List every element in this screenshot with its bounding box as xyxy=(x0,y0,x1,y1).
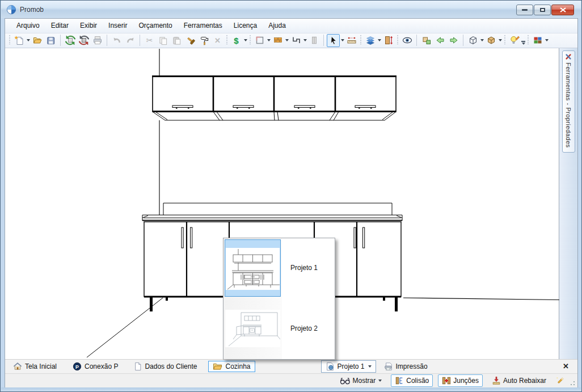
wall-segment-icon xyxy=(291,35,301,45)
modules-button[interactable] xyxy=(420,34,433,47)
title-bar[interactable]: Promob xyxy=(1,1,581,18)
wand-icon[interactable] xyxy=(555,376,565,386)
paste-icon xyxy=(172,36,182,45)
layers-dropdown[interactable] xyxy=(378,39,381,41)
build-walls-button[interactable] xyxy=(271,34,284,47)
delete-button[interactable]: ✕ xyxy=(211,34,224,47)
undo-icon xyxy=(112,35,122,45)
maximize-icon xyxy=(540,8,545,12)
color-palette-dropdown[interactable] xyxy=(545,39,549,41)
save-project-button[interactable] xyxy=(44,34,57,47)
paint-roller-button[interactable] xyxy=(197,34,210,47)
auto-rebaixar-button[interactable]: Auto Rebaixar xyxy=(488,374,550,387)
dollar-icon: $ xyxy=(234,36,238,45)
tab-conexao[interactable]: P Conexão P xyxy=(68,360,123,373)
projeto-1-thumbnail[interactable] xyxy=(225,239,281,297)
menu-inserir[interactable]: Inserir xyxy=(103,19,133,32)
colisao-toggle[interactable]: Colisão xyxy=(391,374,433,387)
juncoes-toggle[interactable]: Junções xyxy=(438,374,483,387)
toolbar-overflow-button[interactable] xyxy=(521,41,525,45)
main-toolbar: ✂ xyxy=(5,33,577,48)
menu-orcamento[interactable]: Orçamento xyxy=(133,19,178,32)
tab-projeto-selector[interactable]: Projeto 1 xyxy=(321,360,376,373)
redo-button[interactable] xyxy=(124,34,137,47)
door-dimension-button[interactable] xyxy=(382,34,395,47)
toolbar-grip[interactable] xyxy=(397,35,398,45)
new-document-button[interactable] xyxy=(12,34,26,47)
toolbar-grip[interactable] xyxy=(9,35,10,45)
export-button[interactable] xyxy=(77,34,90,47)
resize-grip[interactable] xyxy=(568,379,575,386)
open-project-button[interactable] xyxy=(31,34,44,47)
build-walls-dropdown[interactable] xyxy=(285,39,289,41)
paste-button[interactable] xyxy=(170,34,183,47)
measure-button[interactable] xyxy=(345,34,358,47)
door-icon xyxy=(310,36,319,45)
menu-editar[interactable]: Editar xyxy=(45,19,74,32)
measure-icon xyxy=(347,35,357,45)
menu-arquivo[interactable]: Arquivo xyxy=(11,19,45,32)
copy-button[interactable] xyxy=(157,34,170,47)
open-folder-icon xyxy=(32,35,43,45)
minimize-button[interactable] xyxy=(516,5,533,15)
toolbar-grip[interactable] xyxy=(504,35,505,45)
color-palette-button[interactable] xyxy=(531,34,544,47)
project-dropdown-arrow[interactable] xyxy=(368,365,372,368)
undo-button[interactable] xyxy=(110,34,123,47)
wall-segment-button[interactable] xyxy=(289,34,302,47)
menu-exibir[interactable]: Exibir xyxy=(74,19,103,32)
promob-logo-icon xyxy=(6,5,16,15)
apply-material-button[interactable] xyxy=(184,34,197,47)
right-panel-strip: Ferramentas - Propriedades xyxy=(559,48,577,359)
visibility-button[interactable] xyxy=(400,34,414,47)
print-icon xyxy=(92,35,103,45)
door-button[interactable] xyxy=(307,34,320,47)
new-document-dropdown[interactable] xyxy=(27,39,30,41)
collision-icon xyxy=(395,376,404,385)
view-wireframe-dropdown[interactable] xyxy=(480,39,484,41)
print-button[interactable] xyxy=(91,34,104,47)
budget-button[interactable]: $ xyxy=(230,34,243,47)
view-render-button[interactable] xyxy=(484,34,497,47)
select-cursor-button[interactable] xyxy=(327,34,340,47)
projeto-2-thumbnail[interactable] xyxy=(225,310,280,347)
tab-label: Conexão P xyxy=(85,363,118,370)
environment-dropdown[interactable] xyxy=(267,39,271,41)
view-wireframe-button[interactable] xyxy=(466,34,479,47)
wall-segment-dropdown[interactable] xyxy=(303,39,307,41)
budget-dropdown[interactable] xyxy=(244,39,247,41)
mostrar-button[interactable]: Mostrar xyxy=(336,375,386,386)
environment-button[interactable] xyxy=(253,34,266,47)
menu-licenca[interactable]: Licença xyxy=(228,19,263,32)
select-cursor-dropdown[interactable] xyxy=(341,39,344,41)
tab-close-button[interactable]: ✕ xyxy=(560,361,572,371)
cut-icon: ✂ xyxy=(146,36,153,45)
toolbar-grip[interactable] xyxy=(250,35,251,45)
arrow-right-icon xyxy=(449,35,459,45)
menu-ajuda[interactable]: Ajuda xyxy=(263,19,292,32)
ferramentas-propriedades-tab[interactable]: Ferramentas - Propriedades xyxy=(562,50,575,153)
tab-dados-do-cliente[interactable]: Dados do Cliente xyxy=(129,360,201,373)
tab-impressao[interactable]: Impressão xyxy=(379,360,432,373)
toolbar-grip[interactable] xyxy=(226,35,227,45)
tab-cozinha[interactable]: Cozinha xyxy=(208,361,255,372)
toolbar-grip[interactable] xyxy=(528,35,529,45)
close-button[interactable] xyxy=(551,5,574,15)
navigate-back-button[interactable] xyxy=(433,34,446,47)
layers-icon xyxy=(365,35,376,45)
menu-ferramentas[interactable]: Ferramentas xyxy=(178,19,228,32)
view-render-dropdown[interactable] xyxy=(499,39,502,41)
mostrar-dropdown[interactable] xyxy=(378,380,382,382)
navigate-forward-button[interactable] xyxy=(447,34,460,47)
maximize-button[interactable] xyxy=(534,5,551,15)
folder-icon xyxy=(213,363,222,370)
cut-button[interactable]: ✂ xyxy=(143,34,156,47)
import-button[interactable] xyxy=(64,34,77,47)
mostrar-label: Mostrar xyxy=(353,377,376,385)
lighting-button[interactable] xyxy=(508,34,521,47)
bricks-icon xyxy=(273,35,283,45)
tab-tela-inicial[interactable]: Tela Inicial xyxy=(9,360,61,372)
toolbar-grip[interactable] xyxy=(360,35,361,45)
layers-button[interactable] xyxy=(364,34,377,47)
connection-icon: P xyxy=(73,362,82,371)
